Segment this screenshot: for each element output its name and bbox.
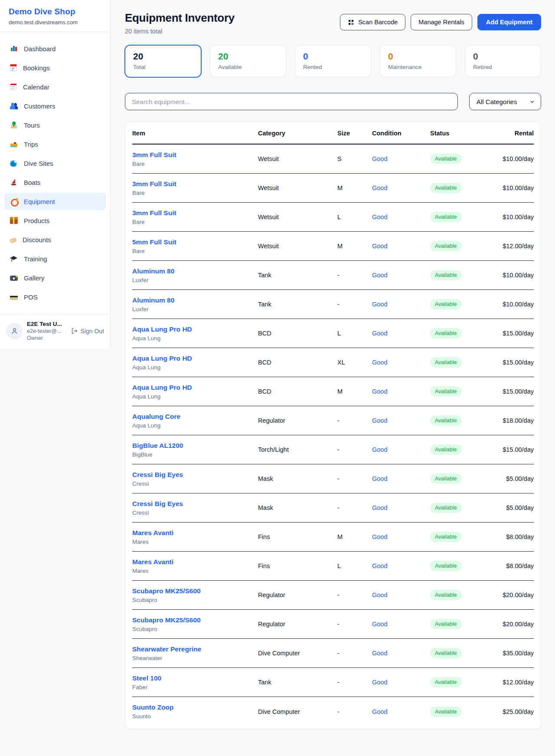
status-badge: Available	[430, 241, 462, 251]
item-size: -	[337, 417, 372, 424]
item-name-link[interactable]: Scubapro MK25/S600	[132, 587, 258, 595]
rental-rate: $5.00/day	[487, 475, 534, 482]
bar-chart-icon	[10, 45, 18, 52]
sidebar-item[interactable]: Training	[4, 250, 106, 267]
sidebar-item[interactable]: Discounts	[4, 231, 106, 248]
sidebar-item[interactable]: Boats	[4, 174, 106, 191]
condition-link[interactable]: Good	[372, 504, 387, 511]
item-brand: Cressi	[132, 509, 258, 516]
condition-link[interactable]: Good	[372, 155, 387, 162]
item-name-link[interactable]: Aqua Lung Pro HD	[132, 355, 258, 362]
column-header-size: Size	[337, 130, 372, 137]
user-box: E2E Test U... e2e-tester@... Owner Sign …	[0, 314, 110, 349]
status-badge: Available	[430, 357, 462, 368]
condition-link[interactable]: Good	[372, 272, 387, 279]
item-name-link[interactable]: Mares Avanti	[132, 529, 258, 537]
sidebar-item[interactable]: Calendar	[4, 78, 106, 95]
item-name-link[interactable]: Shearwater Peregrine	[132, 645, 258, 653]
item-name-link[interactable]: Aqualung Core	[132, 413, 258, 421]
rental-rate: $10.00/day	[487, 184, 534, 191]
stat-value: 0	[303, 51, 363, 62]
sidebar-item-label: Discounts	[23, 236, 51, 243]
condition-link[interactable]: Good	[372, 184, 387, 191]
item-name-link[interactable]: 3mm Full Suit	[132, 180, 258, 188]
sidebar-item[interactable]: Dive Sites	[4, 154, 106, 172]
status-badge: Available	[430, 444, 462, 455]
table-row: Mares Avanti Mares Fins M Good Available…	[132, 523, 534, 552]
table-row: BigBlue AL1200 BigBlue Torch/Light - Goo…	[132, 435, 534, 464]
item-size: -	[337, 650, 372, 657]
item-name-link[interactable]: Aluminum 80	[132, 267, 258, 275]
sidebar-item[interactable]: Bookings	[4, 59, 106, 76]
add-equipment-button[interactable]: Add Equipment	[477, 14, 541, 30]
sidebar-item-label: Gallery	[24, 274, 45, 282]
sidebar-item[interactable]: Gallery	[4, 269, 106, 286]
sidebar-item[interactable]: Dashboard	[4, 40, 106, 57]
condition-link[interactable]: Good	[372, 359, 387, 366]
category-filter-select[interactable]: All Categories	[469, 93, 541, 110]
table-row: Shearwater Peregrine Shearwater Dive Com…	[132, 639, 534, 668]
rental-rate: $8.00/day	[487, 562, 534, 569]
stat-card[interactable]: 20 Total	[125, 45, 201, 77]
stat-card[interactable]: 0 Rented	[295, 45, 371, 77]
sidebar-item[interactable]: Customers	[4, 97, 106, 115]
item-name-link[interactable]: Aluminum 80	[132, 296, 258, 304]
item-name-link[interactable]: Aqua Lung Pro HD	[132, 384, 258, 391]
condition-link[interactable]: Good	[372, 679, 387, 686]
condition-link[interactable]: Good	[372, 301, 387, 308]
condition-link[interactable]: Good	[372, 562, 387, 569]
sidebar-item[interactable]: Products	[4, 212, 106, 229]
tag-icon	[10, 237, 17, 243]
condition-link[interactable]: Good	[372, 330, 387, 337]
logout-icon	[71, 327, 78, 335]
items-total-count: 20 items total	[125, 28, 235, 35]
stat-value: 0	[388, 51, 448, 62]
condition-link[interactable]: Good	[372, 446, 387, 453]
manage-rentals-button[interactable]: Manage Rentals	[411, 14, 472, 30]
stat-card[interactable]: 20 Available	[210, 45, 286, 77]
item-name-link[interactable]: Aqua Lung Pro HD	[132, 325, 258, 333]
condition-link[interactable]: Good	[372, 708, 387, 715]
item-name-link[interactable]: Cressi Big Eyes	[132, 500, 258, 508]
sidebar-item-label: Trips	[24, 141, 38, 148]
person-icon	[10, 327, 19, 335]
condition-link[interactable]: Good	[372, 533, 387, 540]
sign-out-label: Sign Out	[81, 328, 104, 335]
sidebar-item[interactable]: Trips	[4, 135, 106, 153]
item-name-link[interactable]: Suunto Zoop	[132, 703, 258, 711]
item-name-link[interactable]: BigBlue AL1200	[132, 442, 258, 450]
item-category: Regulator	[258, 592, 337, 598]
table-row: 3mm Full Suit Bare Wetsuit S Good Availa…	[132, 145, 534, 174]
condition-link[interactable]: Good	[372, 417, 387, 424]
condition-link[interactable]: Good	[372, 475, 387, 482]
sign-out-button[interactable]: Sign Out	[71, 327, 104, 335]
table-row: 3mm Full Suit Bare Wetsuit L Good Availa…	[132, 203, 534, 232]
stat-card[interactable]: 0 Maintenance	[380, 45, 456, 77]
sidebar-item[interactable]: Tours	[4, 116, 106, 134]
search-input[interactable]	[125, 93, 458, 110]
item-name-link[interactable]: 3mm Full Suit	[132, 151, 258, 159]
item-size: XL	[337, 359, 372, 366]
item-category: Fins	[258, 533, 337, 540]
item-category: Mask	[258, 504, 337, 511]
item-name-link[interactable]: Cressi Big Eyes	[132, 471, 258, 479]
scan-barcode-button[interactable]: Scan Barcode	[340, 14, 405, 30]
item-name-link[interactable]: Mares Avanti	[132, 558, 258, 566]
condition-link[interactable]: Good	[372, 214, 387, 220]
rental-rate: $20.00/day	[487, 592, 534, 598]
item-name-link[interactable]: Scubapro MK25/S600	[132, 616, 258, 624]
item-name-link[interactable]: 5mm Full Suit	[132, 238, 258, 246]
sidebar-item[interactable]: POS	[4, 288, 106, 306]
condition-link[interactable]: Good	[372, 621, 387, 628]
condition-link[interactable]: Good	[372, 388, 387, 395]
brand-block: Demo Dive Shop demo.test.divestreams.com	[0, 0, 110, 32]
item-name-link[interactable]: Steel 100	[132, 674, 258, 682]
status-badge: Available	[430, 677, 462, 687]
item-name-link[interactable]: 3mm Full Suit	[132, 209, 258, 217]
stat-card[interactable]: 0 Retired	[465, 45, 541, 77]
sidebar-item[interactable]: Equipment	[4, 193, 106, 210]
item-brand: Bare	[132, 161, 258, 167]
condition-link[interactable]: Good	[372, 592, 387, 598]
condition-link[interactable]: Good	[372, 650, 387, 657]
condition-link[interactable]: Good	[372, 243, 387, 250]
